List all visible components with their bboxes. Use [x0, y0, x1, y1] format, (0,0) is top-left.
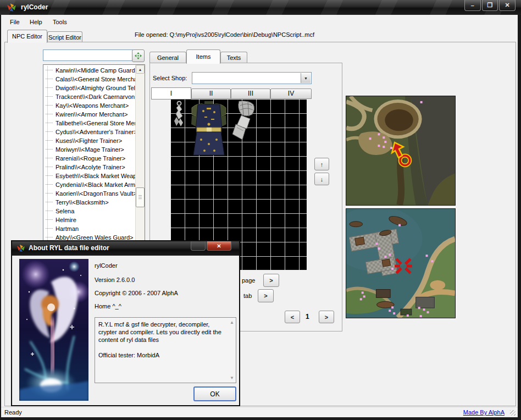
list-item[interactable]: Esybeth\\<Black Market Weapons I — [43, 172, 135, 180]
chevron-right-icon: > — [269, 277, 273, 284]
scrollbar-thumb[interactable] — [136, 187, 145, 207]
list-item[interactable]: Rarenia\\<Rogue Trainer> — [43, 154, 135, 163]
tab-items[interactable]: Items — [186, 49, 220, 64]
ok-button[interactable]: OK — [193, 386, 236, 401]
file-opened-text: File opened: Q:\myProj\vs2005\rylCoder\b… — [135, 31, 314, 38]
tree-connector — [46, 158, 53, 159]
shop-dropdown-button[interactable]: ▼ — [301, 73, 311, 83]
tab-npc-editor[interactable]: NPC Editor — [7, 30, 47, 43]
tree-connector — [46, 211, 53, 212]
minimap-harbor-image — [346, 209, 455, 318]
title-bar[interactable]: rylCoder — [0, 0, 521, 15]
about-description: R.Y.L mcf & gsf file decrypter, decompil… — [98, 320, 226, 359]
search-input[interactable] — [43, 49, 133, 61]
tree-connector — [46, 149, 53, 150]
slot-tab-2[interactable]: II — [191, 89, 231, 99]
maximize-button[interactable]: ❐ — [482, 0, 498, 11]
about-title-bar[interactable]: About RYL data file editor ✕ — [12, 241, 239, 256]
slot-tab-4[interactable]: IV — [270, 89, 312, 99]
tree-connector — [46, 202, 53, 203]
made-by-link[interactable]: Made By AlphA — [463, 409, 505, 416]
titlebar-sheen — [0, 0, 521, 15]
page-next-button[interactable]: > — [263, 274, 279, 287]
minimap-harbor[interactable] — [346, 208, 456, 318]
menu-file[interactable]: File — [8, 18, 22, 26]
list-item[interactable]: Kwiren\\<Armor Merchant> — [43, 110, 135, 119]
item-icon-pendant[interactable] — [172, 101, 185, 127]
list-item[interactable]: Cydus\\<Adventurer's Trainer> — [43, 128, 135, 136]
minimize-button[interactable]: – — [464, 0, 481, 11]
menu-tools[interactable]: Tools — [51, 18, 69, 26]
item-icon-armor[interactable] — [190, 100, 228, 157]
pager-next-button[interactable]: > — [319, 311, 334, 323]
list-item[interactable]: Trackcent\\<Dark Caernarvon Tele — [43, 92, 135, 101]
search-button[interactable] — [132, 49, 145, 62]
pager-prev-button[interactable]: < — [285, 311, 300, 323]
chevron-left-icon: < — [291, 314, 294, 320]
about-version: Version 2.6.0.0 — [95, 277, 135, 283]
about-dialog: About RYL data file editor ✕ — [11, 240, 240, 406]
about-tester-line: Official tester: MorbidA — [98, 351, 226, 359]
minimap-terrain[interactable] — [346, 96, 456, 206]
list-item[interactable]: Dwigot\\<Almighty Ground Teleport — [43, 84, 135, 92]
menu-help[interactable]: Help — [27, 18, 45, 26]
move-up-button[interactable]: ↑ — [314, 158, 329, 170]
about-description-box[interactable]: R.Y.L mcf & gsf file decrypter, decompil… — [95, 317, 236, 383]
resize-grip[interactable] — [510, 410, 516, 416]
scroll-up-button[interactable]: ▲ — [136, 65, 145, 74]
list-item[interactable]: Karwin\\<Middle Camp Guard> — [43, 66, 135, 75]
list-item[interactable]: Pralind\\<Acolyte Trainer> — [43, 163, 135, 172]
scroll-down-icon[interactable]: ▼ — [230, 375, 234, 380]
move-down-button[interactable]: ↓ — [314, 173, 329, 185]
scroll-up-icon[interactable]: ▲ — [230, 320, 234, 325]
tree-connector — [46, 184, 53, 185]
about-copyright: Copyright © 2006 - 2007 AlphA — [95, 290, 178, 296]
list-item[interactable]: Kaorien\\<DragonTrans Vault> — [43, 189, 135, 198]
chevron-right-icon: > — [325, 314, 328, 320]
list-item[interactable]: Helmire — [43, 215, 135, 224]
minimap-terrain-image — [346, 96, 455, 205]
tree-connector — [46, 87, 53, 89]
chevron-right-icon: > — [264, 292, 267, 299]
slot-tab-1[interactable]: I — [151, 87, 191, 100]
list-item[interactable]: Kay\\<Weapons Merchant> — [43, 101, 135, 110]
list-item[interactable]: Selena — [43, 207, 135, 215]
tree-connector — [46, 219, 53, 220]
tree-connector — [46, 167, 53, 168]
tab-general[interactable]: General — [149, 52, 186, 63]
select-shop-label: Select Shop: — [153, 75, 187, 81]
tree-connector — [46, 193, 53, 194]
close-button[interactable]: ✕ — [499, 0, 516, 11]
about-close-button[interactable]: ✕ — [207, 241, 231, 251]
tab-script-editor[interactable]: Script Editor — [47, 31, 82, 43]
arrow-down-icon: ↓ — [320, 176, 324, 183]
list-item[interactable]: Terry\\<Blacksmith> — [43, 198, 135, 207]
tree-connector — [46, 114, 53, 115]
tree-connector — [46, 237, 53, 238]
slot-tab-3[interactable]: III — [231, 89, 270, 99]
tab-next-button[interactable]: > — [258, 289, 274, 302]
pager-current-page: 1 — [306, 313, 309, 320]
list-item[interactable]: Talibethe\\<General Store Merchan — [43, 119, 135, 128]
rylcoder-window: rylCoder – ❐ ✕ File Help Tools NPC Edito… — [0, 0, 521, 420]
tab-texts[interactable]: Texts — [220, 52, 247, 63]
tree-connector — [46, 79, 53, 80]
list-item[interactable]: Moriwyn\\<Mage Trainer> — [43, 145, 135, 154]
list-item[interactable]: Hartman — [43, 224, 135, 233]
about-description-line1: R.Y.L mcf & gsf file decrypter, decompil… — [98, 320, 226, 344]
about-home-link[interactable]: Home ^_^ — [95, 303, 121, 310]
list-item[interactable]: Cyndenia\\<Black Market Armor De — [43, 180, 135, 189]
arrow-up-icon: ↑ — [320, 161, 324, 168]
page-row-label: page — [242, 277, 255, 284]
locate-icon — [135, 52, 142, 59]
tree-connector — [46, 228, 53, 229]
list-item[interactable]: Calas\\<General Store Merchant> — [43, 75, 135, 84]
about-minimize-button[interactable] — [191, 241, 206, 251]
tree-connector — [46, 175, 53, 176]
menu-bar: File Help Tools — [1, 16, 518, 27]
status-text: Ready — [4, 409, 22, 416]
list-item[interactable]: Kuses\\<Fighter Trainer> — [43, 136, 135, 145]
item-icon-gauntlet[interactable] — [230, 100, 257, 142]
shop-combobox[interactable]: ▼ — [192, 72, 312, 84]
about-dialog-title: About RYL data file editor — [29, 244, 109, 252]
